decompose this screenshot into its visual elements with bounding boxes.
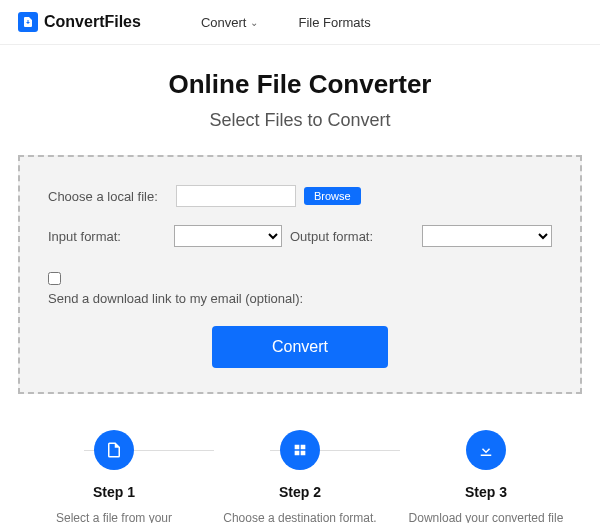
step-1-title: Step 1 <box>26 484 202 500</box>
browse-button[interactable]: Browse <box>304 187 361 205</box>
input-format-select[interactable] <box>174 225 282 247</box>
step-2-desc: Choose a destination format. (We support… <box>212 510 388 523</box>
step-2: Step 2 Choose a destination format. (We … <box>212 430 388 523</box>
nav-convert[interactable]: Convert ⌄ <box>201 15 259 30</box>
convert-button[interactable]: Convert <box>212 326 388 368</box>
step-1-desc: Select a file from your computer <box>26 510 202 523</box>
steps: Step 1 Select a file from your computer … <box>18 430 582 523</box>
step-3-title: Step 3 <box>398 484 574 500</box>
choose-file-label: Choose a local file: <box>48 189 168 204</box>
file-input[interactable] <box>176 185 296 207</box>
email-check-label: Send a download link to my email (option… <box>48 291 552 306</box>
download-icon <box>466 430 506 470</box>
input-format-label: Input format: <box>48 229 168 244</box>
output-format-label: Output format: <box>290 229 373 244</box>
step-1: Step 1 Select a file from your computer <box>26 430 202 523</box>
upload-panel: Choose a local file: Browse Input format… <box>18 155 582 394</box>
file-icon <box>94 430 134 470</box>
brand-name: ConvertFiles <box>44 13 141 31</box>
nav: Convert ⌄ File Formats <box>201 15 371 30</box>
nav-file-formats[interactable]: File Formats <box>298 15 370 30</box>
chevron-down-icon: ⌄ <box>250 17 258 28</box>
logo-icon <box>18 12 38 32</box>
header: ConvertFiles Convert ⌄ File Formats <box>0 0 600 45</box>
nav-formats-label: File Formats <box>298 15 370 30</box>
logo[interactable]: ConvertFiles <box>18 12 141 32</box>
nav-convert-label: Convert <box>201 15 247 30</box>
main: Online File Converter Select Files to Co… <box>0 45 600 523</box>
page-subtitle: Select Files to Convert <box>18 110 582 131</box>
step-3-desc: Download your converted file immediately… <box>398 510 574 523</box>
email-checkbox[interactable] <box>48 272 61 285</box>
output-format-select[interactable] <box>422 225 552 247</box>
step-3: Step 3 Download your converted file imme… <box>398 430 574 523</box>
grid-icon <box>280 430 320 470</box>
step-2-title: Step 2 <box>212 484 388 500</box>
page-title: Online File Converter <box>18 69 582 100</box>
